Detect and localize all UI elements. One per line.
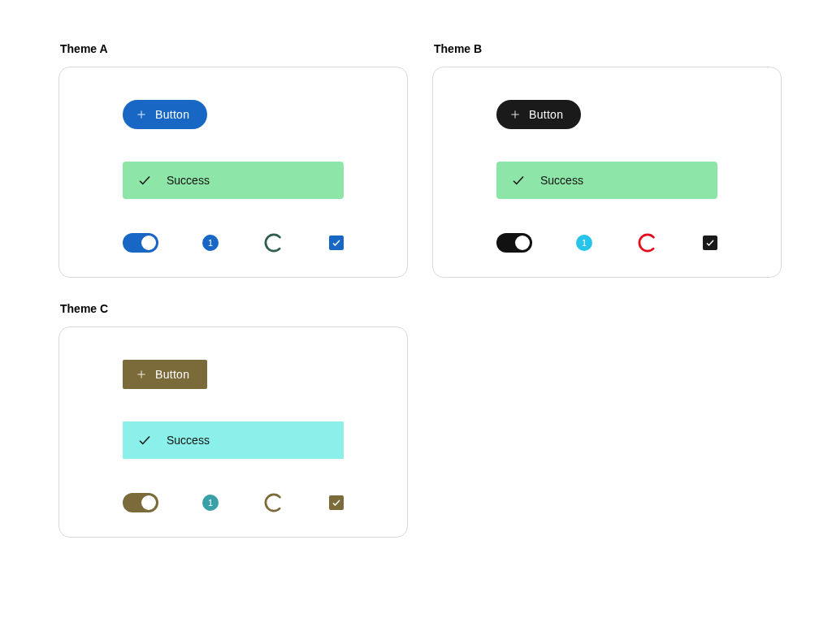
success-alert: Success <box>123 421 344 459</box>
svg-point-8 <box>262 491 286 515</box>
badge-value: 1 <box>582 238 587 248</box>
controls-row: 1 <box>496 231 717 254</box>
controls-row: 1 <box>123 231 344 254</box>
spinner-icon <box>636 231 659 254</box>
plus-icon <box>136 109 147 120</box>
button-label: Button <box>155 108 189 121</box>
empty-slot <box>432 302 782 538</box>
badge-value: 1 <box>208 498 213 508</box>
add-button[interactable]: Button <box>123 100 207 129</box>
add-button[interactable]: Button <box>496 100 581 129</box>
check-icon <box>511 173 526 188</box>
theme-a-card: Button Success 1 <box>58 67 408 278</box>
theme-c-section: Theme C Button Success <box>58 302 408 538</box>
theme-a-section: Theme A Button Success <box>58 42 408 278</box>
theme-c-title: Theme C <box>60 302 408 315</box>
toggle-switch[interactable] <box>123 233 158 253</box>
checkbox[interactable] <box>329 236 344 250</box>
count-badge: 1 <box>576 235 592 251</box>
count-badge: 1 <box>202 495 219 511</box>
toggle-switch[interactable] <box>496 233 532 253</box>
toggle-knob <box>515 236 530 250</box>
theme-b-section: Theme B Button Success <box>432 42 782 278</box>
spinner-icon <box>262 231 285 254</box>
button-label: Button <box>529 108 563 121</box>
theme-b-title: Theme B <box>434 42 782 55</box>
theme-b-card: Button Success 1 <box>432 67 782 278</box>
check-icon <box>137 433 152 447</box>
success-alert: Success <box>496 162 717 199</box>
alert-text: Success <box>167 434 210 447</box>
alert-text: Success <box>167 174 210 187</box>
theme-a-title: Theme A <box>60 42 408 55</box>
alert-text: Success <box>540 174 583 187</box>
spinner-icon <box>262 491 285 514</box>
svg-point-2 <box>262 231 286 255</box>
toggle-switch[interactable] <box>123 493 158 512</box>
add-button[interactable]: Button <box>123 360 207 389</box>
checkbox[interactable] <box>703 236 717 250</box>
plus-icon <box>509 109 521 120</box>
success-alert: Success <box>123 162 344 199</box>
check-icon <box>137 173 152 188</box>
toggle-knob <box>141 495 156 510</box>
controls-row: 1 <box>123 491 344 514</box>
count-badge: 1 <box>202 235 219 251</box>
toggle-knob <box>141 236 156 250</box>
button-label: Button <box>155 368 189 381</box>
badge-value: 1 <box>208 238 213 248</box>
checkbox[interactable] <box>329 495 344 510</box>
svg-point-5 <box>636 231 660 255</box>
plus-icon <box>136 369 147 380</box>
theme-c-card: Button Success 1 <box>58 326 408 538</box>
